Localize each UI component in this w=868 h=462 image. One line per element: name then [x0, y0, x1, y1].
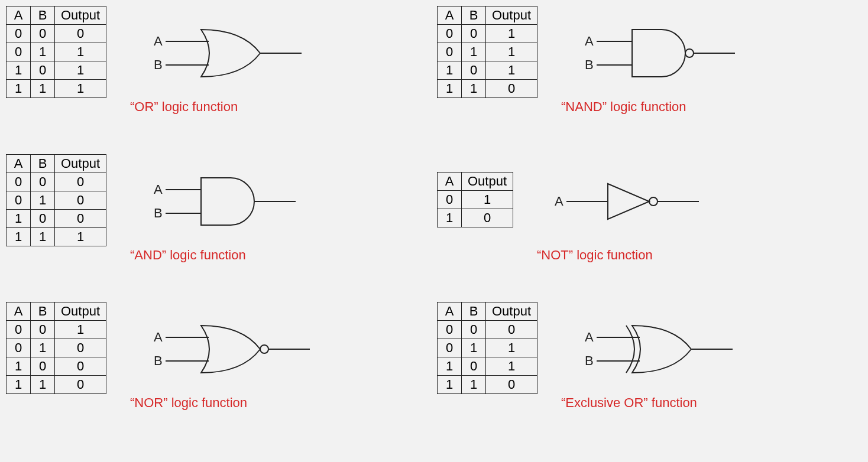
truth-table-or: ABOutput000011101111: [6, 6, 106, 98]
svg-text:B: B: [585, 57, 594, 72]
table-row: 100: [7, 209, 106, 227]
svg-text:A: A: [154, 330, 163, 344]
not-gate-icon: A: [549, 166, 726, 237]
gate-cell-xor: ABOutput000011101110 A B “Exclusive OR” …: [437, 302, 868, 450]
th-a: A: [438, 172, 462, 190]
truth-table-nor: ABOutput001010100110: [6, 302, 106, 394]
svg-text:A: A: [555, 194, 563, 209]
th-output: Output: [486, 6, 537, 25]
xor-gate-icon: A B: [573, 314, 750, 385]
th-output: Output: [55, 154, 106, 173]
table-row: 111: [7, 227, 106, 246]
th-b: B: [462, 302, 486, 321]
table-row: 100: [7, 357, 106, 376]
svg-text:B: B: [154, 353, 163, 368]
or-gate-icon: A B: [142, 18, 319, 89]
th-a: A: [7, 154, 31, 173]
caption-nand: “NAND” logic function: [561, 99, 686, 115]
table-row: 000: [7, 25, 106, 43]
th-b: B: [462, 6, 486, 25]
gate-cell-not: AOutput0110 A “NOT” logic function: [437, 154, 868, 302]
caption-or: “OR” logic function: [130, 99, 238, 115]
truth-table-and: ABOutput000010100111: [6, 154, 106, 246]
table-row: 110: [438, 80, 537, 98]
nand-gate-icon: A B: [573, 18, 750, 89]
table-row: 111: [7, 80, 106, 98]
gate-cell-and: ABOutput000010100111 A B “AND” logic fun…: [6, 154, 437, 302]
gate-block-xor: A B “Exclusive OR” function: [573, 314, 750, 411]
th-b: B: [31, 302, 55, 321]
table-row: 110: [7, 376, 106, 394]
table-row: 011: [7, 43, 106, 61]
th-output: Output: [55, 6, 106, 25]
gate-block-or: A B “OR” logic function: [142, 18, 319, 115]
table-row: 101: [438, 357, 537, 376]
table-row: 010: [7, 191, 106, 209]
th-output: Output: [55, 302, 106, 321]
caption-and: “AND” logic function: [130, 248, 246, 263]
th-a: A: [438, 302, 462, 321]
table-row: 01: [438, 190, 513, 209]
svg-text:B: B: [154, 206, 163, 220]
table-row: 110: [438, 376, 537, 394]
svg-text:A: A: [585, 34, 594, 48]
gate-block-not: A “NOT” logic function: [549, 166, 726, 263]
gate-cell-or: ABOutput000011101111 A B “OR” logic func…: [6, 6, 437, 154]
svg-text:A: A: [154, 182, 163, 197]
svg-text:B: B: [585, 353, 594, 368]
gate-cell-nand: ABOutput001011101110 A B “NAND” logic fu…: [437, 6, 868, 154]
caption-xor: “Exclusive OR” function: [561, 395, 697, 411]
svg-text:B: B: [154, 57, 163, 72]
table-row: 001: [438, 25, 537, 43]
truth-table-nand: ABOutput001011101110: [437, 6, 537, 98]
and-gate-icon: A B: [142, 166, 319, 237]
th-a: A: [7, 6, 31, 25]
table-row: 000: [7, 173, 106, 191]
svg-text:A: A: [154, 34, 163, 48]
nor-gate-icon: A B: [142, 314, 319, 385]
gate-cell-nor: ABOutput001010100110 A B “NOR” logic fun…: [6, 302, 437, 450]
th-output: Output: [486, 302, 537, 321]
table-row: 101: [7, 61, 106, 80]
svg-point-22: [260, 345, 268, 353]
gate-block-nor: A B “NOR” logic function: [142, 314, 319, 411]
th-a: A: [7, 302, 31, 321]
table-row: 010: [7, 339, 106, 357]
table-row: 001: [7, 321, 106, 339]
th-a: A: [438, 6, 462, 25]
table-row: 101: [438, 61, 537, 80]
table-row: 011: [438, 43, 537, 61]
table-row: 000: [438, 321, 537, 339]
gate-block-and: A B “AND” logic function: [142, 166, 319, 263]
th-output: Output: [462, 172, 513, 190]
caption-nor: “NOR” logic function: [130, 395, 247, 411]
svg-point-7: [685, 49, 694, 57]
table-row: 011: [438, 339, 537, 357]
gate-block-nand: A B “NAND” logic function: [573, 18, 750, 115]
truth-table-xor: ABOutput000011101110: [437, 302, 537, 394]
truth-table-not: AOutput0110: [437, 172, 513, 227]
th-b: B: [31, 6, 55, 25]
svg-text:A: A: [585, 330, 594, 344]
table-row: 10: [438, 209, 513, 227]
caption-not: “NOT” logic function: [537, 248, 653, 263]
th-b: B: [31, 154, 55, 173]
